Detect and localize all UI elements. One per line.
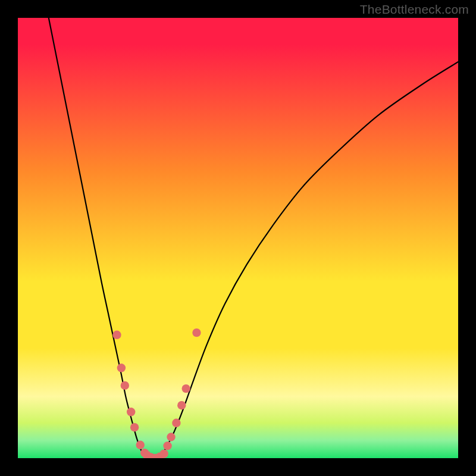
curve-layer [18,18,458,458]
data-marker [163,441,171,450]
data-marker [181,384,190,393]
data-marker [121,381,129,390]
data-marker [130,423,139,431]
data-marker [167,433,175,441]
data-marker [172,419,180,427]
bottleneck-curve [49,18,458,458]
data-marker [192,328,201,337]
data-marker [127,408,135,416]
watermark-text: TheBottleneck.com [360,2,469,17]
data-marker [177,401,186,409]
plot-area [18,18,458,458]
chart-frame: TheBottleneck.com [0,0,476,476]
data-marker [159,449,168,458]
data-marker [112,331,121,339]
data-marker [136,441,145,449]
data-marker [117,364,126,372]
marker-group [112,328,201,458]
